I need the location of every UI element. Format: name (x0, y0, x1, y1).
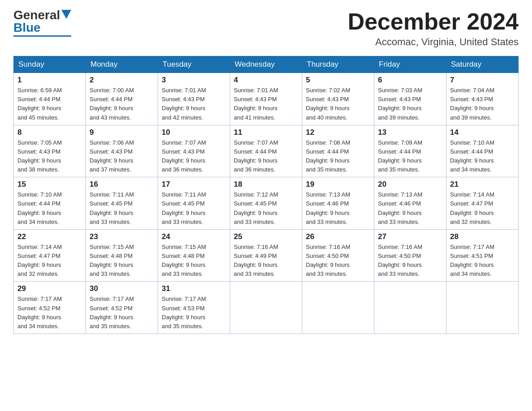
day-number: 31 (162, 284, 226, 293)
logo: General Blue (13, 9, 71, 37)
day-number: 9 (90, 128, 154, 137)
day-number: 2 (90, 76, 154, 85)
table-row: 9 Sunrise: 7:06 AMSunset: 4:43 PMDayligh… (86, 125, 158, 177)
day-info: Sunrise: 7:17 AMSunset: 4:51 PMDaylight:… (450, 244, 494, 277)
day-number: 29 (17, 284, 82, 293)
table-row: 5 Sunrise: 7:02 AMSunset: 4:43 PMDayligh… (302, 73, 374, 125)
day-info: Sunrise: 7:01 AMSunset: 4:43 PMDaylight:… (234, 87, 278, 120)
day-info: Sunrise: 7:13 AMSunset: 4:46 PMDaylight:… (378, 191, 422, 225)
table-row: 31 Sunrise: 7:17 AMSunset: 4:53 PMDaylig… (158, 282, 230, 334)
table-row: 29 Sunrise: 7:17 AMSunset: 4:52 PMDaylig… (14, 282, 86, 334)
col-monday: Monday (86, 56, 158, 73)
table-row: 7 Sunrise: 7:04 AMSunset: 4:43 PMDayligh… (446, 73, 519, 125)
day-info: Sunrise: 6:59 AMSunset: 4:44 PMDaylight:… (17, 87, 62, 120)
col-wednesday: Wednesday (230, 56, 302, 73)
day-number: 13 (378, 128, 442, 137)
day-number: 25 (234, 232, 298, 241)
table-row: 24 Sunrise: 7:15 AMSunset: 4:48 PMDaylig… (158, 229, 230, 282)
day-info: Sunrise: 7:13 AMSunset: 4:46 PMDaylight:… (306, 191, 350, 225)
logo-blue-text: Blue (13, 21, 41, 34)
day-number: 23 (90, 232, 154, 241)
day-info: Sunrise: 7:07 AMSunset: 4:44 PMDaylight:… (234, 139, 278, 173)
table-row (446, 282, 519, 334)
table-row: 2 Sunrise: 7:00 AMSunset: 4:44 PMDayligh… (86, 73, 158, 125)
svg-marker-0 (61, 10, 71, 19)
logo-triangle-icon (61, 10, 71, 19)
day-info: Sunrise: 7:16 AMSunset: 4:50 PMDaylight:… (378, 244, 422, 277)
table-row: 14 Sunrise: 7:10 AMSunset: 4:44 PMDaylig… (446, 125, 519, 177)
calendar-header-row: Sunday Monday Tuesday Wednesday Thursday… (14, 56, 519, 73)
day-number: 26 (306, 232, 370, 241)
table-row: 18 Sunrise: 7:12 AMSunset: 4:45 PMDaylig… (230, 177, 302, 230)
table-row: 3 Sunrise: 7:01 AMSunset: 4:43 PMDayligh… (158, 73, 230, 125)
table-row: 12 Sunrise: 7:08 AMSunset: 4:44 PMDaylig… (302, 125, 374, 177)
day-number: 12 (306, 128, 370, 137)
page-header: General Blue December 2024 Accomac, Virg… (13, 9, 519, 48)
table-row: 22 Sunrise: 7:14 AMSunset: 4:47 PMDaylig… (14, 229, 86, 282)
day-number: 8 (17, 128, 82, 137)
day-info: Sunrise: 7:07 AMSunset: 4:43 PMDaylight:… (162, 139, 206, 173)
day-number: 3 (162, 76, 226, 85)
day-info: Sunrise: 7:16 AMSunset: 4:50 PMDaylight:… (306, 244, 350, 277)
day-number: 24 (162, 232, 226, 241)
table-row: 27 Sunrise: 7:16 AMSunset: 4:50 PMDaylig… (374, 229, 446, 282)
day-info: Sunrise: 7:02 AMSunset: 4:43 PMDaylight:… (306, 87, 350, 120)
table-row: 15 Sunrise: 7:10 AMSunset: 4:44 PMDaylig… (14, 177, 86, 230)
day-info: Sunrise: 7:14 AMSunset: 4:47 PMDaylight:… (450, 191, 494, 225)
day-number: 27 (378, 232, 442, 241)
calendar-week-row: 29 Sunrise: 7:17 AMSunset: 4:52 PMDaylig… (14, 282, 519, 334)
month-title: December 2024 (348, 9, 519, 34)
day-info: Sunrise: 7:12 AMSunset: 4:45 PMDaylight:… (234, 191, 278, 225)
logo-general-text: General (13, 9, 60, 21)
table-row: 6 Sunrise: 7:03 AMSunset: 4:43 PMDayligh… (374, 73, 446, 125)
calendar-week-row: 15 Sunrise: 7:10 AMSunset: 4:44 PMDaylig… (14, 177, 519, 230)
table-row: 1 Sunrise: 6:59 AMSunset: 4:44 PMDayligh… (14, 73, 86, 125)
day-info: Sunrise: 7:08 AMSunset: 4:44 PMDaylight:… (306, 139, 350, 173)
table-row: 20 Sunrise: 7:13 AMSunset: 4:46 PMDaylig… (374, 177, 446, 230)
day-info: Sunrise: 7:17 AMSunset: 4:52 PMDaylight:… (17, 295, 62, 329)
col-saturday: Saturday (446, 56, 519, 73)
table-row (230, 282, 302, 334)
day-number: 4 (234, 76, 298, 85)
day-number: 21 (450, 180, 515, 189)
day-number: 19 (306, 180, 370, 189)
table-row (374, 282, 446, 334)
day-number: 20 (378, 180, 442, 189)
day-info: Sunrise: 7:10 AMSunset: 4:44 PMDaylight:… (450, 139, 494, 173)
table-row: 13 Sunrise: 7:09 AMSunset: 4:44 PMDaylig… (374, 125, 446, 177)
day-info: Sunrise: 7:01 AMSunset: 4:43 PMDaylight:… (162, 87, 206, 120)
day-info: Sunrise: 7:14 AMSunset: 4:47 PMDaylight:… (17, 244, 62, 277)
col-thursday: Thursday (302, 56, 374, 73)
day-info: Sunrise: 7:17 AMSunset: 4:52 PMDaylight:… (90, 295, 134, 329)
table-row: 19 Sunrise: 7:13 AMSunset: 4:46 PMDaylig… (302, 177, 374, 230)
day-number: 30 (90, 284, 154, 293)
calendar-week-row: 1 Sunrise: 6:59 AMSunset: 4:44 PMDayligh… (14, 73, 519, 125)
col-tuesday: Tuesday (158, 56, 230, 73)
table-row: 17 Sunrise: 7:11 AMSunset: 4:45 PMDaylig… (158, 177, 230, 230)
day-number: 7 (450, 76, 515, 85)
table-row: 8 Sunrise: 7:05 AMSunset: 4:43 PMDayligh… (14, 125, 86, 177)
calendar-table: Sunday Monday Tuesday Wednesday Thursday… (13, 56, 519, 334)
table-row: 21 Sunrise: 7:14 AMSunset: 4:47 PMDaylig… (446, 177, 519, 230)
day-info: Sunrise: 7:05 AMSunset: 4:43 PMDaylight:… (17, 139, 62, 173)
calendar-week-row: 22 Sunrise: 7:14 AMSunset: 4:47 PMDaylig… (14, 229, 519, 282)
col-sunday: Sunday (14, 56, 86, 73)
day-number: 1 (17, 76, 82, 85)
day-number: 17 (162, 180, 226, 189)
table-row: 10 Sunrise: 7:07 AMSunset: 4:43 PMDaylig… (158, 125, 230, 177)
day-number: 28 (450, 232, 515, 241)
table-row: 28 Sunrise: 7:17 AMSunset: 4:51 PMDaylig… (446, 229, 519, 282)
day-number: 16 (90, 180, 154, 189)
day-info: Sunrise: 7:11 AMSunset: 4:45 PMDaylight:… (90, 191, 134, 225)
day-number: 15 (17, 180, 82, 189)
day-info: Sunrise: 7:03 AMSunset: 4:43 PMDaylight:… (378, 87, 422, 120)
table-row: 25 Sunrise: 7:16 AMSunset: 4:49 PMDaylig… (230, 229, 302, 282)
day-info: Sunrise: 7:15 AMSunset: 4:48 PMDaylight:… (162, 244, 206, 277)
day-info: Sunrise: 7:04 AMSunset: 4:43 PMDaylight:… (450, 87, 494, 120)
day-number: 18 (234, 180, 298, 189)
day-number: 11 (234, 128, 298, 137)
day-info: Sunrise: 7:17 AMSunset: 4:53 PMDaylight:… (162, 295, 206, 329)
day-number: 10 (162, 128, 226, 137)
day-number: 14 (450, 128, 515, 137)
day-info: Sunrise: 7:00 AMSunset: 4:44 PMDaylight:… (90, 87, 134, 120)
